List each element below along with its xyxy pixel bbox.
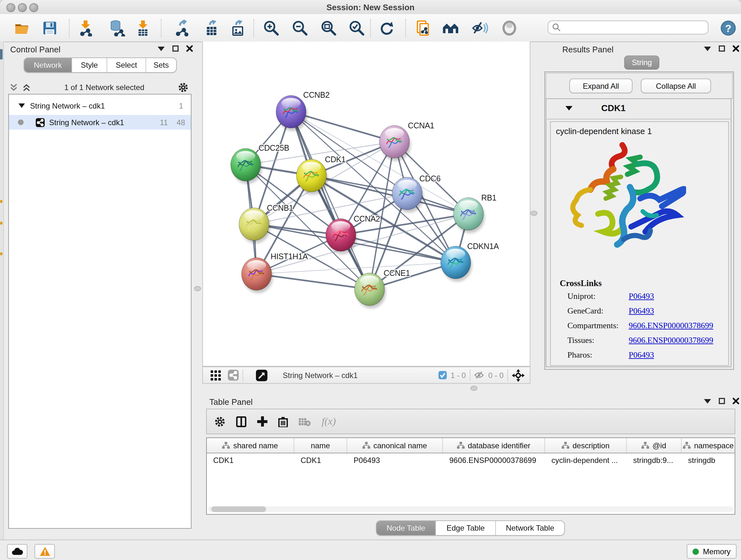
table-row[interactable]: CDK1CDK1P064939606.ENSP00000378699cyclin…	[207, 453, 735, 468]
crosslink-link[interactable]: P06493	[629, 350, 654, 360]
search-field[interactable]	[548, 20, 709, 35]
show-columns-icon[interactable]	[236, 416, 246, 427]
crosslink-link[interactable]: 9606.ENSP00000378699	[629, 335, 713, 346]
table-cell[interactable]: P06493	[347, 456, 443, 465]
table-cell[interactable]: 9606.ENSP00000378699	[443, 456, 545, 465]
panel-menu-icon[interactable]	[704, 398, 711, 403]
warnings-button[interactable]	[35, 544, 55, 559]
expand-all-icon[interactable]	[22, 84, 30, 91]
close-panel-icon[interactable]	[733, 45, 739, 52]
table-cell[interactable]: cyclin-dependent ...	[545, 456, 627, 465]
column-header-namespace[interactable]: namespace	[682, 438, 735, 453]
node-label-HIST1H1A: HIST1H1A	[271, 252, 308, 261]
column-header-name[interactable]: name	[294, 438, 347, 453]
selected-checkbox-icon[interactable]	[439, 371, 447, 379]
help-icon[interactable]: ?	[719, 19, 737, 37]
birdseye-view-icon[interactable]	[256, 369, 267, 381]
network-canvas[interactable]: CCNB2CCNA1CDC25BCDK1CDC6RB1CCNB1CCNA2CDK…	[202, 42, 530, 367]
network-row-selected[interactable]: String Network – cdk1 11 48	[9, 115, 191, 130]
column-header--id[interactable]: @id	[627, 438, 682, 453]
import-table-icon[interactable]	[134, 19, 152, 37]
table-cell[interactable]: CDK1	[207, 456, 294, 465]
tab-edge-table[interactable]: Edge Table	[436, 521, 496, 535]
table-hscrollbar-thumb[interactable]	[211, 506, 266, 512]
network-node-RB1[interactable]	[454, 198, 485, 233]
tab-network[interactable]: Network	[24, 58, 72, 72]
cloud-button[interactable]	[7, 544, 27, 559]
close-panel-icon[interactable]	[186, 45, 193, 52]
inactive-lens-icon[interactable]	[500, 19, 518, 37]
network-collection-row[interactable]: String Network – cdk1 1	[9, 98, 191, 113]
tab-string[interactable]: String	[624, 56, 660, 70]
horizontal-splitter-handle[interactable]	[470, 386, 477, 391]
float-panel-icon[interactable]	[172, 45, 179, 52]
collapse-all-button[interactable]: Collapse All	[641, 78, 711, 93]
search-input[interactable]	[564, 22, 704, 33]
table-cell[interactable]: CDK1	[294, 456, 347, 465]
network-edge[interactable]	[341, 235, 456, 262]
float-panel-icon[interactable]	[719, 398, 725, 404]
column-header-shared-name[interactable]: shared name	[207, 438, 294, 453]
table-hscrollbar[interactable]	[208, 506, 733, 512]
zoom-fit-icon[interactable]	[320, 19, 338, 37]
crosslink-label: Compartments:	[567, 320, 618, 330]
network-node-CCNA1[interactable]	[380, 125, 411, 161]
node-label-CDK1: CDK1	[325, 155, 346, 164]
network-node-CCNA2[interactable]	[326, 219, 357, 254]
crosslink-link[interactable]: P06493	[629, 306, 654, 316]
network-node-CDKN1A[interactable]	[441, 246, 472, 282]
table-settings-gear-icon[interactable]	[214, 416, 225, 427]
clone-network-icon[interactable]	[414, 19, 432, 37]
network-edge[interactable]	[257, 274, 369, 289]
column-header-description[interactable]: description	[545, 438, 627, 453]
network-node-CCNB2[interactable]	[276, 96, 307, 131]
network-node-CDC25B[interactable]	[231, 148, 262, 184]
import-network-icon[interactable]	[77, 19, 94, 37]
delete-column-icon[interactable]	[278, 416, 288, 427]
crosslink-link[interactable]: P06493	[629, 291, 654, 301]
left-splitter-handle[interactable]	[194, 286, 201, 291]
column-header-database-identifier[interactable]: database identifier	[443, 438, 545, 453]
zoom-in-icon[interactable]	[262, 19, 280, 37]
tab-select[interactable]: Select	[107, 58, 146, 72]
export-image-icon[interactable]	[229, 19, 247, 37]
hidden-eye-icon[interactable]	[474, 371, 484, 379]
export-network-icon[interactable]	[174, 19, 192, 37]
network-node-CDK1[interactable]	[296, 159, 328, 195]
hide-selected-icon[interactable]	[471, 19, 489, 37]
export-table-icon[interactable]	[203, 19, 221, 37]
fit-selected-move-icon[interactable]	[512, 369, 525, 381]
open-session-icon[interactable]	[13, 19, 30, 37]
zoom-selected-icon[interactable]	[348, 19, 366, 37]
network-node-CDC6[interactable]	[392, 177, 423, 212]
add-column-icon[interactable]	[257, 416, 267, 427]
network-node-CCNE1[interactable]	[354, 273, 386, 308]
tab-node-table[interactable]: Node Table	[377, 521, 436, 535]
show-all-icon[interactable]	[442, 19, 460, 37]
panel-menu-icon[interactable]	[704, 46, 711, 51]
tab-style[interactable]: Style	[72, 58, 107, 72]
save-session-icon[interactable]	[41, 19, 59, 37]
crosslink-link[interactable]: 9606.ENSP00000378699	[629, 320, 713, 331]
table-cell[interactable]: stringdb	[682, 456, 735, 465]
table-cell[interactable]: stringdb:9...	[627, 456, 682, 465]
tree-expand-icon[interactable]	[18, 104, 25, 108]
collapse-all-icon[interactable]	[10, 84, 18, 91]
network-edge[interactable]	[291, 112, 369, 289]
panel-menu-icon[interactable]	[158, 46, 165, 51]
column-header-canonical-name[interactable]: canonical name	[347, 438, 443, 453]
float-panel-icon[interactable]	[719, 45, 725, 52]
grid-view-icon[interactable]	[211, 370, 221, 380]
tab-network-table[interactable]: Network Table	[496, 521, 564, 535]
tab-sets[interactable]: Sets	[146, 58, 176, 72]
zoom-out-icon[interactable]	[291, 19, 309, 37]
section-collapse-icon[interactable]	[565, 105, 572, 111]
expand-all-button[interactable]: Expand All	[569, 78, 632, 93]
close-panel-icon[interactable]	[733, 398, 739, 404]
import-database-icon[interactable]	[108, 19, 126, 37]
share-view-icon[interactable]	[228, 370, 239, 381]
gear-icon[interactable]	[178, 82, 188, 92]
network-node-HIST1H1A[interactable]	[242, 258, 273, 293]
refresh-icon[interactable]	[378, 19, 396, 37]
memory-button[interactable]: Memory	[687, 544, 737, 559]
